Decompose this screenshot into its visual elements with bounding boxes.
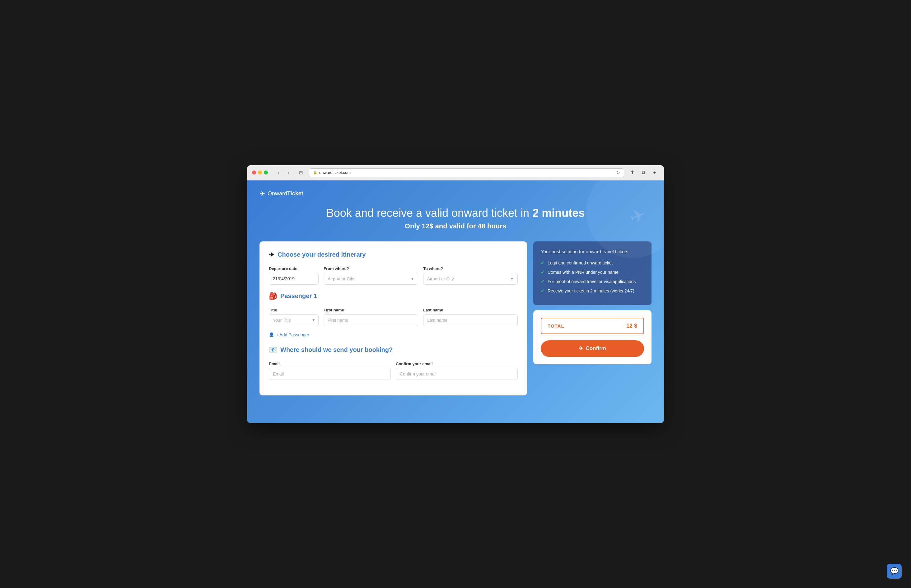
logo: ✈ OnwardTicket: [260, 190, 651, 198]
minimize-button[interactable]: [258, 171, 262, 174]
to-where-dropdown[interactable]: Airport or City ▼: [423, 273, 518, 285]
add-passenger-icon: 👤: [269, 332, 274, 337]
maximize-button[interactable]: [264, 171, 268, 174]
email-label: Email: [269, 362, 391, 366]
last-name-input[interactable]: [423, 314, 518, 326]
back-button[interactable]: ‹: [274, 168, 283, 177]
browser-window: ‹ › ⊟ 🔒 onwardticket.com ↻ ⬆ ⧉ + ✈ ✈ Onw…: [247, 165, 664, 423]
email-fields-row: Email Confirm your email: [269, 362, 518, 380]
departure-date-group: Departure date: [269, 266, 318, 285]
email-input[interactable]: [269, 368, 391, 380]
hero-subheadline: Only 12$ and valid for 48 hours: [260, 222, 651, 230]
to-where-group: To where? Airport or City ▼: [423, 266, 518, 285]
confirm-button[interactable]: ✈ Confirm: [541, 340, 644, 357]
logo-bold: Ticket: [287, 191, 304, 197]
email-icon: 📧: [269, 346, 277, 354]
total-card: TOTAL 12 $ ✈ Confirm: [533, 310, 651, 364]
title-field-group: Title Your Title Mr Mrs Ms Dr ▼: [269, 308, 318, 326]
to-where-label: To where?: [423, 266, 518, 271]
headline-part1: Book and receive a valid onward ticket i…: [326, 207, 532, 219]
total-label: TOTAL: [548, 323, 564, 328]
traffic-lights: [252, 171, 268, 174]
passenger-title: Passenger 1: [280, 292, 317, 300]
departure-date-input[interactable]: [269, 273, 318, 285]
last-name-group: Last name: [423, 308, 518, 326]
title-label: Title: [269, 308, 318, 312]
benefit-item-2: ✓ Comes with a PNR under your name: [541, 270, 644, 275]
benefit-item-1: ✓ Legit and confirmed onward ticket: [541, 260, 644, 265]
refresh-button[interactable]: ↻: [616, 170, 620, 175]
forward-button[interactable]: ›: [284, 168, 293, 177]
address-bar[interactable]: 🔒 onwardticket.com ↻: [309, 168, 624, 177]
benefits-title: Your best solution for onward travel tic…: [541, 249, 644, 254]
confirm-email-label: Confirm your email: [396, 362, 518, 366]
url-text: onwardticket.com: [319, 170, 351, 175]
to-where-arrow-icon: ▼: [510, 277, 514, 281]
check-icon-1: ✓: [541, 260, 544, 265]
decorative-plane: ✈: [627, 203, 649, 229]
benefit-item-3: ✓ For proof of onward travel or visa app…: [541, 279, 644, 284]
confirm-email-group: Confirm your email: [396, 362, 518, 380]
benefits-card: Your best solution for onward travel tic…: [533, 241, 651, 305]
browser-actions: ⬆ ⧉ +: [628, 168, 659, 177]
title-select[interactable]: Your Title Mr Mrs Ms Dr: [269, 314, 318, 326]
benefit-text-4: Receive your ticket in 2 minutes (works …: [548, 288, 635, 293]
confirm-btn-icon: ✈: [579, 345, 583, 352]
email-section: 📧 Where should we send your booking? Ema…: [269, 346, 518, 380]
email-group: Email: [269, 362, 391, 380]
share-button[interactable]: ⬆: [628, 168, 636, 177]
passenger-fields-row: Title Your Title Mr Mrs Ms Dr ▼: [269, 308, 518, 326]
form-card: ✈ Choose your desired itinerary Departur…: [260, 241, 527, 396]
hero-section: Book and receive a valid onward ticket i…: [260, 207, 651, 230]
logo-normal: Onward: [268, 191, 287, 197]
tab-icon-button[interactable]: ⊟: [297, 168, 305, 177]
from-where-placeholder: Airport or City: [328, 276, 354, 281]
main-layout: ✈ Choose your desired itinerary Departur…: [260, 241, 651, 396]
check-icon-2: ✓: [541, 270, 544, 275]
new-tab-button[interactable]: ⧉: [639, 168, 648, 177]
first-name-input[interactable]: [323, 314, 418, 326]
itinerary-fields-row: Departure date From where? Airport or Ci…: [269, 266, 518, 285]
email-section-header: 📧 Where should we send your booking?: [269, 346, 518, 354]
check-icon-3: ✓: [541, 279, 544, 284]
add-passenger-button[interactable]: 👤 + Add Passenger: [269, 332, 518, 337]
logo-icon: ✈: [260, 190, 265, 198]
email-title: Where should we send your booking?: [280, 346, 393, 354]
add-passenger-label: + Add Passenger: [276, 332, 309, 337]
title-select-wrapper: Your Title Mr Mrs Ms Dr ▼: [269, 314, 318, 326]
passenger-section-header: 🎒 Passenger 1: [269, 292, 518, 300]
from-where-dropdown[interactable]: Airport or City ▼: [323, 273, 418, 285]
browser-chrome: ‹ › ⊟ 🔒 onwardticket.com ↻ ⬆ ⧉ +: [247, 165, 664, 181]
first-name-group: First name: [323, 308, 418, 326]
page-content: ✈ ✈ OnwardTicket Book and receive a vali…: [247, 181, 664, 423]
nav-buttons: ‹ ›: [274, 168, 293, 177]
from-where-label: From where?: [323, 266, 418, 271]
itinerary-title: Choose your desired itinerary: [278, 251, 365, 258]
benefit-item-4: ✓ Receive your ticket in 2 minutes (work…: [541, 288, 644, 293]
total-amount: 12 $: [626, 323, 637, 329]
hero-headline: Book and receive a valid onward ticket i…: [260, 207, 651, 220]
headline-bold: 2 minutes: [532, 207, 585, 219]
from-where-arrow-icon: ▼: [411, 277, 414, 281]
confirm-email-input[interactable]: [396, 368, 518, 380]
itinerary-icon: ✈: [269, 251, 275, 259]
close-button[interactable]: [252, 171, 256, 174]
add-button[interactable]: +: [650, 168, 659, 177]
benefit-text-1: Legit and confirmed onward ticket: [548, 260, 613, 265]
lock-icon: 🔒: [313, 171, 317, 174]
first-name-label: First name: [323, 308, 418, 312]
total-box: TOTAL 12 $: [541, 318, 644, 334]
sidebar: Your best solution for onward travel tic…: [533, 241, 651, 364]
from-where-group: From where? Airport or City ▼: [323, 266, 418, 285]
check-icon-4: ✓: [541, 288, 544, 293]
logo-text: OnwardTicket: [268, 191, 304, 197]
benefit-text-2: Comes with a PNR under your name: [548, 270, 619, 275]
confirm-btn-label: Confirm: [586, 345, 606, 352]
passenger-section: 🎒 Passenger 1 Title Your Title Mr Mrs: [269, 292, 518, 337]
passenger-icon: 🎒: [269, 292, 277, 300]
itinerary-section-header: ✈ Choose your desired itinerary: [269, 251, 518, 259]
benefit-text-3: For proof of onward travel or visa appli…: [548, 279, 636, 284]
to-where-placeholder: Airport or City: [427, 276, 454, 281]
departure-label: Departure date: [269, 266, 318, 271]
last-name-label: Last name: [423, 308, 518, 312]
